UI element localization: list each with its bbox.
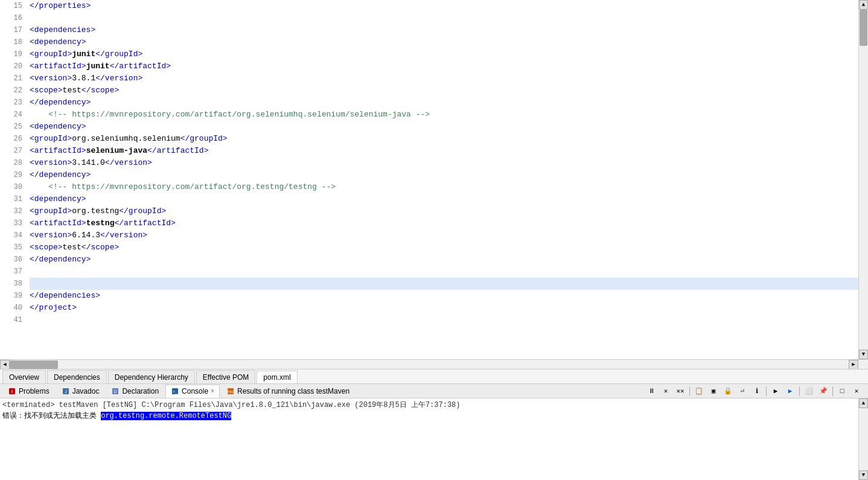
- line-number-26: 26: [0, 133, 22, 145]
- line-number-29: 29: [0, 169, 22, 181]
- clear-console-btn[interactable]: ▣: [707, 385, 720, 398]
- code-line-41: [30, 314, 858, 326]
- svg-text:>_: >_: [173, 389, 177, 394]
- code-line-19: <groupId>junit</groupId>: [30, 48, 858, 60]
- maximize-btn[interactable]: □: [835, 385, 849, 398]
- bottom-tab-label-1: Javadoc: [72, 387, 100, 395]
- comment-text: <!-- https://mvnrepository.com/artifact/…: [30, 181, 336, 193]
- line-number-34: 34: [0, 229, 22, 242]
- close-panel-btn[interactable]: ✕: [850, 385, 863, 398]
- pom-tab-0[interactable]: Overview: [2, 370, 46, 383]
- code-line-31: <dependency>: [30, 193, 858, 205]
- line-number-30: 30: [0, 181, 22, 193]
- line-number-23: 23: [0, 97, 22, 109]
- line-number-27: 27: [0, 145, 22, 157]
- code-line-15: </properties>: [30, 0, 858, 12]
- run-btn[interactable]: ▶: [769, 385, 782, 398]
- console-terminated-line: <terminated> testMaven [TestNG] C:\Progr…: [2, 400, 856, 411]
- line-number-17: 17: [0, 24, 22, 36]
- line-number-22: 22: [0, 85, 22, 97]
- bottom-panel: !ProblemsJJavadocDDeclaration>_Console×T…: [0, 383, 868, 480]
- scroll-right-btn[interactable]: ▶: [849, 360, 858, 370]
- scroll-up-btn[interactable]: ▲: [859, 0, 868, 10]
- javadoc-icon: J: [62, 387, 70, 395]
- code-line-38: [30, 278, 858, 290]
- debug-btn[interactable]: ▶: [783, 385, 797, 398]
- bottom-tab-javadoc[interactable]: JJavadoc: [56, 385, 105, 398]
- vertical-scrollbar[interactable]: ▲ ▼: [858, 0, 868, 359]
- scroll-thumb[interactable]: [860, 10, 867, 46]
- console-error-line: 错误：找不到或无法加载主类 org.testng.remote.RemoteTe…: [2, 411, 856, 421]
- svg-text:D: D: [114, 389, 117, 394]
- code-content: </properties> <dependencies> <dependency…: [27, 0, 858, 359]
- code-line-21: <version>3.8.1</version>: [30, 72, 858, 85]
- line-number-36: 36: [0, 254, 22, 266]
- line-number-35: 35: [0, 242, 22, 254]
- code-line-37: [30, 266, 858, 278]
- horiz-thumb[interactable]: [10, 360, 58, 369]
- console-icon: >_: [171, 387, 179, 395]
- line-number-28: 28: [0, 157, 22, 169]
- code-line-25: <dependency>: [30, 121, 858, 133]
- console-scroll-up[interactable]: ▲: [859, 398, 868, 408]
- code-line-16: [30, 12, 858, 24]
- line-number-19: 19: [0, 48, 22, 60]
- code-line-40: </project>: [30, 302, 858, 314]
- error-class-highlight: org.testng.remote.RemoteTestNG: [101, 412, 231, 420]
- comment-text: <!-- https://mvnrepository.com/artifact/…: [30, 109, 430, 121]
- suspend-btn[interactable]: ⏸: [645, 385, 658, 398]
- code-line-30: <!-- https://mvnrepository.com/artifact/…: [30, 181, 858, 193]
- line-number-25: 25: [0, 121, 22, 133]
- bottom-tab-declaration[interactable]: DDeclaration: [106, 385, 164, 398]
- line-number-39: 39: [0, 290, 22, 302]
- pom-tab-1[interactable]: Dependencies: [47, 370, 107, 383]
- scroll-down-btn[interactable]: ▼: [859, 350, 868, 359]
- line-number-24: 24: [0, 109, 22, 121]
- toolbar-separator: [689, 386, 690, 396]
- corner-box: [858, 360, 868, 370]
- line-number-38: 38: [0, 278, 22, 290]
- scroll-lock-btn[interactable]: 🔒: [721, 385, 735, 398]
- code-line-36: </dependency>: [30, 254, 858, 266]
- pom-tab-4[interactable]: pom.xml: [257, 371, 297, 384]
- line-number-31: 31: [0, 193, 22, 205]
- line-number-18: 18: [0, 36, 22, 48]
- code-line-34: <version>6.14.3</version>: [30, 229, 858, 242]
- code-line-23: </dependency>: [30, 97, 858, 109]
- pom-tab-3[interactable]: Effective POM: [196, 370, 255, 383]
- bottom-tab-label-4: Results of running class testMaven: [237, 387, 349, 395]
- copy-btn[interactable]: 📋: [692, 385, 706, 398]
- console-scrollbar[interactable]: ▲ ▼: [858, 398, 868, 480]
- code-line-24: <!-- https://mvnrepository.com/artifact/…: [30, 109, 858, 121]
- bottom-tab-console[interactable]: >_Console×: [165, 385, 220, 398]
- line-number-16: 16: [0, 12, 22, 24]
- code-line-39: </dependencies>: [30, 290, 858, 302]
- line-number-21: 21: [0, 72, 22, 85]
- show-details-btn[interactable]: ℹ: [750, 385, 764, 398]
- editor-area: 1516171819202122232425262728293031323334…: [0, 0, 868, 480]
- console-area: <terminated> testMaven [TestNG] C:\Progr…: [0, 398, 868, 480]
- code-line-35: <scope>test</scope>: [30, 242, 858, 254]
- svg-text:J: J: [65, 389, 67, 394]
- pin-btn[interactable]: 📌: [817, 385, 830, 398]
- word-wrap-btn[interactable]: ⏎: [736, 385, 749, 398]
- open-console-btn[interactable]: ⬜: [802, 385, 815, 398]
- tab-close-3[interactable]: ×: [211, 388, 214, 394]
- code-line-27: <artifactId>selenium-java</artifactId>: [30, 145, 858, 157]
- horizontal-scrollbar[interactable]: ◀ ▶: [0, 359, 868, 369]
- svg-text:!: !: [11, 389, 13, 394]
- scroll-left-btn[interactable]: ◀: [0, 360, 10, 370]
- code-line-17: <dependencies>: [30, 24, 858, 36]
- code-line-18: <dependency>: [30, 36, 858, 48]
- bottom-tab-problems[interactable]: !Problems: [2, 385, 55, 398]
- code-line-26: <groupId>org.seleniumhq.selenium</groupI…: [30, 133, 858, 145]
- remove-terminated-btn[interactable]: ✕✕: [674, 385, 687, 398]
- pom-tab-2[interactable]: Dependency Hierarchy: [108, 370, 195, 383]
- line-number-15: 15: [0, 0, 22, 12]
- terminate-btn[interactable]: ✕: [659, 385, 672, 398]
- bottom-tabs-bar: !ProblemsJJavadocDDeclaration>_Console×T…: [0, 384, 868, 398]
- bottom-tab-results-of-running-class-testmaven[interactable]: TNGResults of running class testMaven: [221, 385, 355, 398]
- svg-text:TNG: TNG: [227, 390, 234, 394]
- line-number-20: 20: [0, 60, 22, 72]
- console-scroll-down[interactable]: ▼: [859, 470, 868, 480]
